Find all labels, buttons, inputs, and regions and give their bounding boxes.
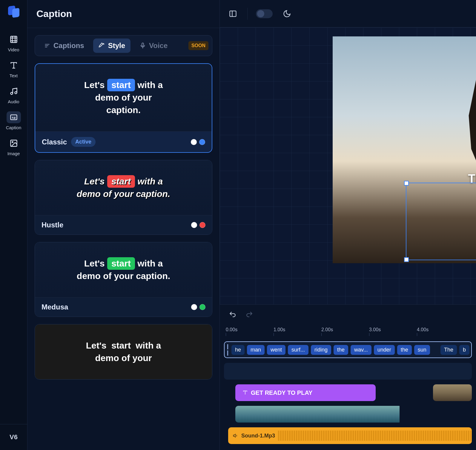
word-chip[interactable]: he xyxy=(231,345,245,355)
nav-item-audio[interactable]: Audio xyxy=(3,82,24,108)
tab-captions[interactable]: Captions xyxy=(39,38,90,53)
ruler-tick: 3.00s xyxy=(369,327,381,332)
moon-icon xyxy=(283,10,291,18)
empty-track[interactable] xyxy=(224,363,472,380)
ruler-tick: 4.00s xyxy=(417,327,429,332)
word-chip[interactable]: wav... xyxy=(351,345,371,355)
tab-style[interactable]: Style xyxy=(93,38,130,53)
svg-rect-19 xyxy=(142,43,144,46)
canvas-caption: The boy past xyxy=(434,170,476,204)
svg-point-7 xyxy=(10,93,13,95)
redo-icon xyxy=(245,311,253,318)
text-icon xyxy=(10,61,18,70)
timeline-controls xyxy=(220,304,476,325)
canvas-viewport[interactable]: The boy past xyxy=(220,27,476,304)
text-clip[interactable]: GET READY TO PLAY xyxy=(235,384,376,401)
nav-rail: Video Text Audio Caption Image V6 xyxy=(0,0,27,450)
nav-item-image[interactable]: Image xyxy=(3,134,24,160)
panel-tabs: Captions Style Voice SOON xyxy=(35,35,212,56)
word-chip[interactable]: sun xyxy=(414,345,430,355)
svg-marker-24 xyxy=(234,434,236,437)
svg-point-8 xyxy=(15,92,17,94)
list-icon xyxy=(44,42,50,49)
text-track[interactable]: GET READY TO PLAY xyxy=(224,384,472,401)
panel-title: Caption xyxy=(27,0,219,28)
tab-voice[interactable]: Voice xyxy=(134,38,173,53)
top-bar xyxy=(220,0,476,27)
undo-button[interactable] xyxy=(229,311,237,320)
svg-point-15 xyxy=(12,141,13,143)
word-chip[interactable]: the xyxy=(397,345,412,355)
style-name: Medusa xyxy=(42,303,68,311)
svg-rect-0 xyxy=(10,36,17,43)
swatch[interactable] xyxy=(191,222,197,228)
version-label: V6 xyxy=(0,424,27,450)
soon-badge: SOON xyxy=(188,41,208,50)
word-chip[interactable]: went xyxy=(267,345,285,355)
style-card-hustle[interactable]: Let's start with a demo of your caption.… xyxy=(35,160,212,235)
word-chip[interactable]: man xyxy=(247,345,265,355)
nav-item-video[interactable]: Video xyxy=(3,30,24,56)
swatch[interactable] xyxy=(191,139,197,145)
panel-icon xyxy=(229,10,237,18)
side-panel: Caption Captions Style Voice SOON Let's … xyxy=(27,0,220,450)
style-card-medusa[interactable]: Let's start with a demo of your caption.… xyxy=(35,242,212,317)
drag-handle[interactable] xyxy=(226,344,229,356)
audio-track[interactable]: Sound-1.Mp3 xyxy=(224,427,472,444)
word-chip[interactable]: b xyxy=(459,345,469,355)
style-preview: Let's start with a demo of your xyxy=(35,324,212,379)
dark-mode-button[interactable] xyxy=(281,8,293,20)
mic-icon xyxy=(139,42,146,49)
nav-item-caption[interactable]: Caption xyxy=(3,108,24,134)
video-preview[interactable]: The boy past xyxy=(333,36,476,263)
style-name: Hustle xyxy=(42,221,63,229)
waveform xyxy=(278,431,472,441)
word-chip[interactable]: under xyxy=(374,345,395,355)
swatch[interactable] xyxy=(199,222,205,228)
style-preview: Let's start with a demo of your caption. xyxy=(35,64,212,131)
timeline-ruler[interactable]: 0.00s 1.00s 2.00s 3.00s 4.00s xyxy=(220,325,476,338)
undo-icon xyxy=(229,311,237,318)
style-name: Classic xyxy=(42,138,67,146)
caption-word-track[interactable]: he man went surf... riding the wav... un… xyxy=(224,341,472,358)
video-clip[interactable] xyxy=(235,406,402,423)
video-track[interactable] xyxy=(224,406,472,423)
style-card-classic[interactable]: Let's start with a demo of your caption.… xyxy=(35,63,212,153)
active-badge: Active xyxy=(71,137,96,147)
nav-label: Text xyxy=(10,73,18,78)
main-area: The boy past 0.00s 1.00s 2.00s 3.00s 4.0… xyxy=(220,0,476,450)
video-clip[interactable] xyxy=(433,384,472,401)
nav-item-text[interactable]: Text xyxy=(3,56,24,82)
resize-handle[interactable] xyxy=(404,257,409,262)
image-icon xyxy=(10,139,18,147)
svg-rect-21 xyxy=(230,11,236,16)
style-card-next[interactable]: Let's start with a demo of your xyxy=(35,324,212,380)
app-logo xyxy=(7,5,21,19)
nav-label: Image xyxy=(7,151,20,156)
swatch[interactable] xyxy=(199,304,205,310)
film-icon xyxy=(10,35,18,44)
swatch[interactable] xyxy=(199,139,205,145)
word-chip[interactable]: surf... xyxy=(288,345,308,355)
text-icon xyxy=(242,390,248,395)
svg-rect-9 xyxy=(10,115,17,120)
theme-toggle[interactable] xyxy=(256,9,273,18)
layout-toggle-button[interactable] xyxy=(227,8,239,20)
word-chip[interactable]: The xyxy=(440,345,457,355)
word-chip[interactable]: riding xyxy=(311,345,331,355)
music-icon xyxy=(10,87,18,95)
ruler-tick: 1.00s xyxy=(274,327,285,332)
nav-label: Video xyxy=(8,47,19,52)
redo-button[interactable] xyxy=(245,311,253,320)
style-preview: Let's start with a demo of your caption. xyxy=(35,242,212,297)
ruler-tick: 0.00s xyxy=(226,327,237,332)
volume-icon xyxy=(233,433,238,438)
swatch[interactable] xyxy=(191,304,197,310)
style-preview: Let's start with a demo of your caption. xyxy=(35,160,212,215)
word-chip[interactable]: the xyxy=(334,345,348,355)
paint-icon xyxy=(99,42,105,49)
audio-clip[interactable]: Sound-1.Mp3 xyxy=(228,427,472,444)
nav-label: Caption xyxy=(6,125,22,130)
resize-handle[interactable] xyxy=(404,181,409,186)
caption-icon xyxy=(10,113,18,121)
